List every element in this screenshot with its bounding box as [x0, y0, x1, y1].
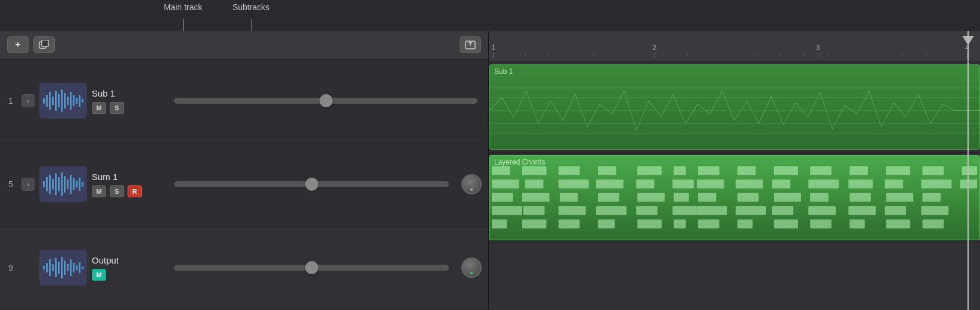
svg-rect-95 [774, 219, 798, 228]
svg-rect-51 [492, 166, 510, 175]
svg-rect-97 [808, 179, 839, 188]
svg-rect-58 [522, 193, 550, 202]
timeline-track-row-1: Sub 1 [489, 62, 980, 153]
svg-rect-21 [52, 179, 54, 190]
svg-rect-108 [886, 193, 913, 202]
volume-slider-9[interactable] [174, 265, 449, 271]
svg-rect-40 [67, 264, 69, 271]
svg-rect-17 [82, 99, 83, 103]
mute-button-5[interactable]: M [92, 185, 106, 197]
solo-button-1[interactable]: S [110, 102, 124, 114]
svg-rect-107 [885, 179, 903, 188]
svg-rect-87 [736, 179, 763, 188]
svg-rect-8 [55, 91, 57, 111]
timeline-track-row-5: Layered Chords [489, 153, 980, 243]
clip-layered-chords[interactable]: Layered Chords [489, 155, 980, 240]
svg-rect-39 [64, 261, 66, 275]
timeline-ruler: 1 2 [489, 31, 980, 62]
svg-rect-29 [76, 181, 77, 188]
svg-rect-7 [52, 97, 54, 105]
track-controls-9: Output M [92, 255, 163, 281]
track-icon-9 [39, 250, 87, 286]
pan-knob-5[interactable] [461, 174, 482, 194]
svg-rect-45 [82, 266, 83, 269]
track-name-9: Output [92, 255, 163, 265]
add-track-button[interactable]: + [7, 36, 29, 53]
svg-rect-67 [596, 179, 624, 188]
ruler-number-1: 1 [491, 44, 495, 52]
svg-rect-71 [637, 166, 662, 175]
svg-rect-33 [46, 263, 48, 272]
ruler-number-2: 2 [652, 44, 656, 52]
volume-slider-1[interactable] [174, 98, 477, 104]
expand-button-1[interactable]: › [21, 94, 35, 107]
track-buttons-9: M [92, 269, 163, 281]
svg-rect-38 [61, 257, 63, 278]
svg-rect-93 [774, 193, 801, 202]
timeline-panel: 1 2 [489, 31, 980, 310]
duplicate-track-button[interactable] [33, 36, 55, 53]
svg-rect-1 [42, 40, 48, 46]
svg-rect-15 [76, 98, 77, 104]
svg-rect-61 [559, 166, 580, 175]
mute-button-9[interactable]: M [92, 269, 106, 281]
svg-rect-19 [46, 177, 48, 191]
svg-rect-105 [849, 219, 864, 228]
solo-button-5[interactable]: S [110, 185, 124, 197]
svg-rect-26 [67, 179, 69, 189]
svg-rect-37 [58, 262, 60, 274]
clip-sub1[interactable]: Sub 1 [489, 64, 980, 150]
svg-rect-70 [598, 219, 615, 228]
svg-rect-77 [672, 179, 694, 188]
track-controls-5: Sum 1 M S R [92, 172, 163, 197]
pan-knob-9[interactable] [461, 258, 482, 278]
svg-rect-91 [774, 166, 798, 175]
svg-rect-92 [772, 179, 790, 188]
svg-rect-32 [43, 266, 45, 269]
svg-rect-80 [674, 219, 686, 228]
track-name-1: Sub 1 [92, 88, 163, 98]
svg-rect-90 [737, 219, 752, 228]
svg-rect-98 [810, 193, 829, 202]
svg-rect-63 [560, 193, 578, 202]
main-track-label: Main track [164, 2, 203, 12]
svg-rect-36 [55, 258, 57, 277]
svg-rect-16 [79, 95, 80, 107]
svg-rect-11 [64, 93, 66, 108]
volume-slider-5[interactable] [174, 181, 449, 187]
mute-button-1[interactable]: M [92, 102, 106, 114]
svg-rect-112 [921, 179, 951, 188]
svg-rect-24 [61, 172, 63, 196]
svg-rect-74 [636, 206, 658, 215]
svg-rect-72 [636, 179, 655, 188]
playhead-marker[interactable] [962, 36, 974, 45]
svg-rect-94 [772, 206, 793, 215]
svg-rect-52 [492, 179, 519, 188]
track-icon-5 [39, 166, 87, 202]
svg-rect-59 [523, 206, 545, 215]
svg-rect-75 [637, 219, 662, 228]
svg-rect-111 [922, 166, 944, 175]
svg-rect-96 [810, 166, 832, 175]
svg-rect-60 [522, 219, 547, 228]
slider-area-9 [168, 265, 455, 271]
svg-rect-113 [922, 193, 941, 202]
svg-rect-44 [79, 262, 80, 273]
svg-rect-14 [73, 95, 75, 106]
track-controls-1: Sub 1 M S [92, 88, 163, 114]
svg-rect-79 [672, 206, 697, 215]
expand-button-5[interactable]: › [21, 178, 35, 191]
track-row-1: 1 › [0, 60, 488, 143]
svg-rect-78 [674, 193, 689, 202]
svg-rect-82 [697, 179, 724, 188]
track-row-9: 9 [0, 227, 488, 310]
svg-rect-102 [848, 179, 873, 188]
svg-rect-86 [737, 166, 756, 175]
track-number-1: 1 [5, 96, 17, 106]
svg-rect-10 [61, 89, 63, 112]
export-button[interactable] [460, 36, 481, 53]
record-button-5[interactable]: R [128, 185, 142, 197]
svg-rect-100 [810, 219, 832, 228]
svg-rect-103 [849, 193, 871, 202]
svg-rect-57 [525, 179, 544, 188]
